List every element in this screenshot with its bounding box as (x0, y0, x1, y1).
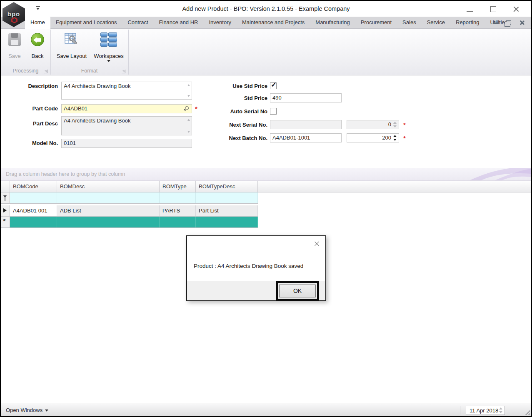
filter-row-indicator (1, 192, 10, 203)
cell-bomtype[interactable]: PARTS (160, 205, 196, 216)
tab-equipment-and-locations[interactable]: Equipment and Locations (50, 17, 122, 29)
part-code-label: Part Code (1, 105, 58, 112)
format-dialog-launcher-icon[interactable] (122, 70, 125, 73)
back-button[interactable]: Back (27, 30, 48, 66)
description-input[interactable]: A4 Architects Drawing Book (61, 82, 192, 100)
model-no-label: Model No. (1, 140, 58, 146)
part-code-required-marker: * (195, 105, 197, 112)
open-windows-button[interactable]: Open Windows (6, 407, 48, 413)
dialog-close-icon[interactable] (314, 241, 320, 247)
status-bar: Open Windows 11 Apr 2018 (1, 404, 531, 416)
use-std-price-checkbox[interactable] (270, 82, 277, 89)
tab-finance-and-hr[interactable]: Finance and HR (154, 17, 204, 29)
ok-button-highlight-annotation: OK (276, 281, 319, 301)
filter-cell-bomdesc[interactable] (57, 192, 160, 203)
filter-cell-bomtype[interactable] (160, 192, 196, 203)
next-serial-qty-spinner[interactable]: 0 (347, 120, 399, 129)
child-restore-icon[interactable] (506, 20, 511, 25)
model-no-input[interactable]: 0101 (61, 139, 192, 148)
child-minimize-icon[interactable] (493, 22, 499, 24)
grid-indicator-header (1, 181, 10, 192)
tab-manufacturing[interactable]: Manufacturing (310, 17, 355, 29)
column-header-bomdesc[interactable]: BOMDesc (57, 181, 160, 192)
save-button-label: Save (4, 53, 25, 59)
next-batch-qty-spinner[interactable]: 200 (347, 133, 399, 142)
grid-new-row[interactable]: * (1, 217, 258, 228)
groupbar-swoosh-decoration (431, 168, 531, 181)
filter-cell-bomtypedesc[interactable] (196, 192, 258, 203)
ribbon-group-separator (128, 30, 129, 75)
row-indicator (1, 205, 10, 216)
grid-header-row: BOMCode BOMDesc BOMType BOMTypeDesc (1, 181, 531, 192)
bpo-logo-hexagon-icon (11, 17, 17, 23)
description-label: Description (1, 83, 58, 89)
statusbar-separator (460, 406, 460, 415)
new-row-asterisk-icon: * (3, 217, 6, 226)
spinner-arrows-icon[interactable] (393, 135, 397, 141)
tab-inventory[interactable]: Inventory (204, 17, 237, 29)
new-cell-bomcode[interactable] (10, 217, 57, 227)
part-desc-input[interactable]: A4 Architects Drawing Book (61, 116, 192, 135)
new-cell-bomtypedesc[interactable] (196, 217, 258, 227)
next-batch-required-marker: * (403, 135, 406, 142)
tab-procurement[interactable]: Procurement (355, 17, 397, 29)
tab-sales[interactable]: Sales (397, 17, 422, 29)
next-serial-no-input[interactable] (270, 120, 342, 129)
tab-maintenance-and-projects[interactable]: Maintenance and Projects (237, 17, 310, 29)
new-cell-bomtype[interactable] (160, 217, 196, 227)
workspaces-label: Workspaces (91, 53, 127, 59)
filter-cell-bomcode[interactable] (10, 192, 57, 203)
filter-icon (3, 195, 7, 198)
std-price-label: Std Price (201, 95, 267, 101)
part-code-input[interactable]: A4ADB01 (61, 104, 192, 113)
std-price-input[interactable]: 490 (270, 93, 342, 102)
bpo-logo-text: bpo (2, 10, 25, 17)
processing-dialog-launcher-icon[interactable] (44, 70, 47, 73)
scroll-down-icon[interactable] (187, 95, 190, 97)
column-header-bomtypedesc[interactable]: BOMTypeDesc (196, 181, 258, 192)
column-header-bomcode[interactable]: BOMCode (10, 181, 57, 192)
resize-grip[interactable] (524, 409, 530, 415)
dialog-message: Product : A4 Architects Drawing Book sav… (194, 263, 303, 269)
group-processing-label: Processing (1, 68, 50, 75)
next-batch-no-input[interactable]: A4ADB01-1001 (270, 133, 342, 142)
search-icon[interactable] (185, 106, 189, 110)
tab-contract[interactable]: Contract (122, 17, 153, 29)
date-spinner-icon[interactable] (499, 407, 503, 414)
window-title: Add new Product - BPO: Version 2.1.0.55 … (1, 5, 531, 12)
workspaces-button[interactable]: Workspaces (91, 30, 127, 66)
minimize-icon[interactable] (467, 11, 473, 12)
scroll-down-icon[interactable] (187, 131, 190, 133)
auto-serial-no-checkbox[interactable] (270, 108, 277, 115)
cell-bomdesc[interactable]: ADB List (57, 205, 160, 216)
group-format-label: Format (50, 68, 128, 75)
back-arrow-icon (31, 33, 44, 46)
tab-home[interactable]: Home (25, 17, 50, 29)
tab-service[interactable]: Service (422, 17, 450, 29)
next-batch-no-label: Next Batch No. (201, 135, 267, 141)
new-row-indicator: * (1, 217, 10, 227)
workspaces-dropdown-icon (107, 60, 110, 62)
cell-bomtypedesc[interactable]: Part List (196, 205, 258, 216)
save-layout-button[interactable]: Save Layout (54, 30, 90, 66)
date-field[interactable]: 11 Apr 2018 (466, 406, 505, 415)
scroll-up-icon[interactable] (187, 119, 190, 121)
cell-bomcode[interactable]: A4ADB01 001 (10, 205, 57, 216)
child-close-icon[interactable] (519, 20, 525, 25)
column-header-bomtype[interactable]: BOMType (160, 181, 196, 192)
close-icon[interactable] (513, 6, 520, 12)
save-button[interactable]: Save (4, 30, 25, 66)
new-cell-bomdesc[interactable] (57, 217, 160, 227)
back-button-label: Back (27, 53, 48, 59)
maximize-icon[interactable] (490, 6, 496, 12)
ok-button[interactable]: OK (279, 285, 316, 297)
next-serial-no-label: Next Serial No. (201, 122, 267, 128)
grid-data-row[interactable]: A4ADB01 001 ADB List PARTS Part List (1, 205, 258, 217)
scroll-up-icon[interactable] (187, 84, 190, 86)
ribbon: Save Back (1, 29, 531, 75)
spinner-arrows-icon[interactable] (393, 121, 397, 128)
tab-reporting[interactable]: Reporting (450, 17, 485, 29)
grid-group-by-bar[interactable]: Drag a column header here to group by th… (1, 168, 531, 181)
auto-serial-no-label: Auto Serial No (201, 108, 267, 115)
grid-filter-row (1, 192, 258, 204)
